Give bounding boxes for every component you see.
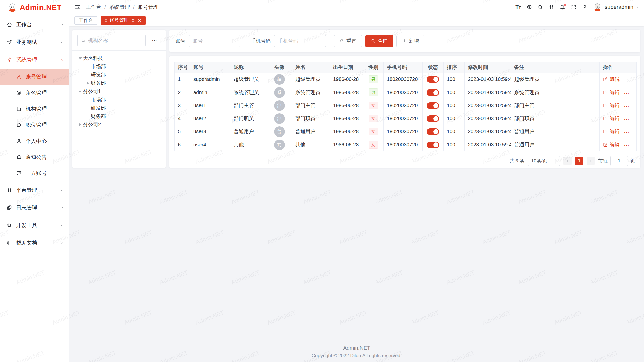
logo[interactable]: Admin.NET xyxy=(0,0,69,14)
edit-button[interactable]: 编辑 xyxy=(603,115,620,122)
current-page-button[interactable]: 1 xyxy=(575,157,583,165)
cell-nickname: 部门职员 xyxy=(230,112,267,125)
org-search-input[interactable] xyxy=(88,38,142,43)
username: superadmin xyxy=(605,4,633,10)
goto-page-input[interactable] xyxy=(610,156,628,166)
tree-node[interactable]: 财务部 xyxy=(74,79,164,87)
tree-node[interactable]: 市场部 xyxy=(74,96,164,104)
breadcrumb-item[interactable]: 工作台 xyxy=(86,4,101,11)
cell-account: user4 xyxy=(190,138,230,151)
sidebar-item-role-manage[interactable]: 角色管理 xyxy=(0,85,69,101)
sidebar-item-account-manage[interactable]: 账号管理 xyxy=(0,69,69,85)
theme-tool[interactable] xyxy=(546,0,557,14)
breadcrumb-item[interactable]: 系统管理 xyxy=(109,4,130,11)
cell-sort: 100 xyxy=(444,73,465,86)
sidebar-item-help-docs[interactable]: 帮助文档 xyxy=(0,234,69,252)
account-input[interactable] xyxy=(189,35,240,47)
column-header: 修改时间 xyxy=(465,62,511,73)
tree-node[interactable]: 分公司1 xyxy=(74,87,164,96)
tree-node[interactable]: 研发部 xyxy=(74,71,164,79)
cell-modified: 2023-01-03 10:59:44 xyxy=(465,99,511,112)
tree-node[interactable]: 研发部 xyxy=(74,104,164,112)
edit-button[interactable]: 编辑 xyxy=(603,128,620,135)
sidebar-item-position-manage[interactable]: 职位管理 xyxy=(0,117,69,133)
language-tool[interactable] xyxy=(524,0,535,14)
notification-tool[interactable] xyxy=(557,0,568,14)
cell-sort: 100 xyxy=(444,138,465,151)
reset-button[interactable]: 重置 xyxy=(334,35,362,47)
filter-bar: 账号 手机号码 重置 查询 xyxy=(169,30,640,52)
status-toggle[interactable] xyxy=(427,142,439,148)
cell-nickname: 超级管理员 xyxy=(230,73,267,86)
cell-phone: 18020030720 xyxy=(384,73,423,86)
sidebar-item-third-account[interactable]: 三方账号 xyxy=(0,165,69,181)
close-icon[interactable] xyxy=(137,18,142,23)
refresh-icon[interactable] xyxy=(131,18,135,23)
sidebar-item-dev-tools[interactable]: 开发工具 xyxy=(0,216,69,234)
tree-node-label: 分公司2 xyxy=(83,121,101,128)
more-actions-button[interactable]: ··· xyxy=(624,143,629,148)
tree-node[interactable]: 市场部 xyxy=(74,62,164,71)
more-actions-button[interactable]: ··· xyxy=(624,130,629,135)
cell-gender: 女 xyxy=(363,138,384,151)
tree-node[interactable]: 分公司2 xyxy=(74,120,164,129)
next-page-button[interactable] xyxy=(587,157,595,165)
caret-right-icon xyxy=(77,123,83,126)
sidebar-item-system-manage[interactable]: 系统管理 xyxy=(0,51,69,69)
more-actions-button[interactable]: ··· xyxy=(624,104,629,109)
menu-label: 机构管理 xyxy=(26,105,64,112)
menu-fold-icon[interactable] xyxy=(74,4,81,10)
profile-tool[interactable] xyxy=(579,0,590,14)
table-row: 6user4其他其其他1986-06-28女180200307201002023… xyxy=(175,138,637,151)
query-button[interactable]: 查询 xyxy=(365,35,393,47)
table-row: 1superadmin超级管理员超超级管理员1986-06-28男1802003… xyxy=(175,73,637,86)
more-actions-button[interactable]: ··· xyxy=(624,78,629,83)
edit-button[interactable]: 编辑 xyxy=(603,89,620,96)
sidebar-item-personal-center[interactable]: 个人中心 xyxy=(0,133,69,149)
chevron-left-icon xyxy=(566,159,570,163)
chevron-down-icon xyxy=(60,206,64,210)
cell-avatar: 部 xyxy=(267,99,292,112)
chip-icon xyxy=(7,222,12,228)
sidebar-menu: 工作台业务测试系统管理账号管理角色管理机构管理职位管理个人中心通知公告三方账号平… xyxy=(0,14,69,252)
account-filter-group: 账号 xyxy=(175,35,240,47)
status-toggle[interactable] xyxy=(427,128,439,135)
sidebar-item-workbench[interactable]: 工作台 xyxy=(0,16,69,33)
edit-button[interactable]: 编辑 xyxy=(603,76,620,83)
column-header: 状态 xyxy=(423,62,444,73)
tree-node-label: 分公司1 xyxy=(83,88,101,95)
tree-node[interactable]: 大名科技 xyxy=(74,54,164,62)
home-icon xyxy=(7,22,12,27)
status-toggle[interactable] xyxy=(427,76,439,83)
status-toggle[interactable] xyxy=(427,115,439,122)
avatar: 部 xyxy=(274,113,285,124)
more-actions-button[interactable]: ··· xyxy=(624,117,629,122)
edit-button[interactable]: 编辑 xyxy=(603,141,620,148)
cell-remark: 普通用户 xyxy=(511,138,600,151)
add-button[interactable]: 新增 xyxy=(396,35,424,47)
font-size-tool[interactable]: TT xyxy=(513,0,524,14)
status-toggle[interactable] xyxy=(427,102,439,109)
table-row: 4user2部门职员部部门职员1986-06-28女18020030720100… xyxy=(175,112,637,125)
edit-button[interactable]: 编辑 xyxy=(603,102,620,109)
tree-node[interactable]: 财务部 xyxy=(74,112,164,120)
fullscreen-tool[interactable] xyxy=(568,0,579,14)
sidebar-item-platform-manage[interactable]: 平台管理 xyxy=(0,181,69,199)
prev-page-button[interactable] xyxy=(564,157,572,165)
more-actions-button[interactable]: ··· xyxy=(624,91,629,96)
sidebar-item-org-manage[interactable]: 机构管理 xyxy=(0,101,69,117)
sidebar-item-notice[interactable]: 通知公告 xyxy=(0,149,69,165)
user-menu[interactable]: superadmin xyxy=(593,2,639,12)
phone-input[interactable] xyxy=(274,35,326,47)
sidebar-item-business-test[interactable]: 业务测试 xyxy=(0,33,69,51)
tree-more-button[interactable]: ··· xyxy=(149,35,160,46)
tab-workbench[interactable]: 工作台 xyxy=(74,16,97,25)
sidebar-item-log-manage[interactable]: 日志管理 xyxy=(0,199,69,216)
org-tree-header: ··· xyxy=(72,30,166,50)
page-size-select[interactable]: 10条/页 xyxy=(528,156,560,166)
chevron-right-icon xyxy=(589,159,593,163)
status-toggle[interactable] xyxy=(427,89,439,96)
role-icon xyxy=(16,90,22,96)
tab-account-manage[interactable]: 账号管理 xyxy=(101,16,146,25)
search-tool[interactable] xyxy=(535,0,546,14)
